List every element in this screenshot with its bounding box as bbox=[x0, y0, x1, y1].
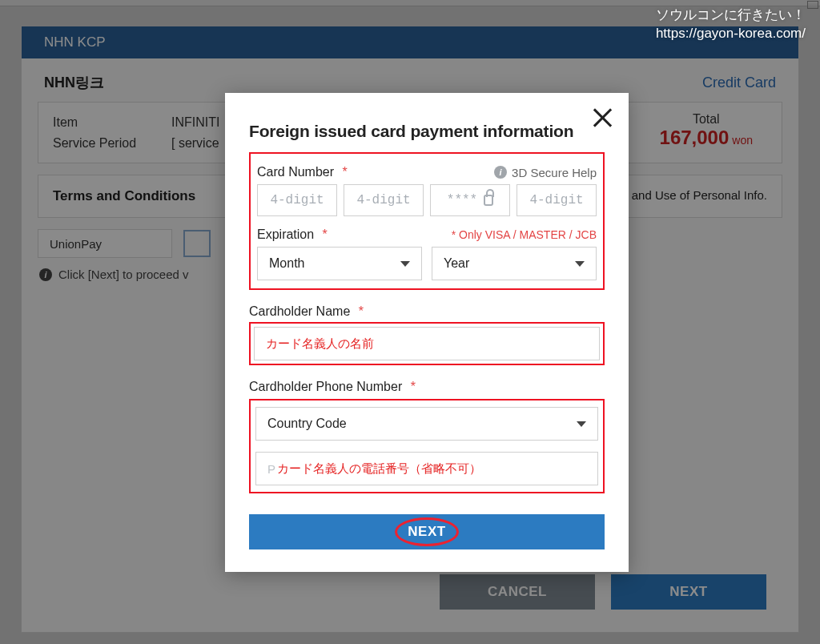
info-icon: i bbox=[494, 166, 507, 179]
required-mark: * bbox=[359, 304, 364, 318]
placeholder-text: 4-digit bbox=[356, 193, 410, 207]
expiration-selects: Month Year bbox=[257, 247, 597, 280]
card-input-1[interactable]: 4-digit bbox=[257, 184, 337, 216]
total-label: Total bbox=[660, 112, 753, 127]
card-brand-note: * Only VISA / MASTER / JCB bbox=[452, 228, 597, 241]
card-input-3[interactable]: **** bbox=[430, 184, 510, 216]
next-button[interactable]: NEXT bbox=[611, 574, 766, 610]
card-input-4[interactable]: 4-digit bbox=[517, 184, 597, 216]
cardholder-name-label: Cardholder Name bbox=[249, 304, 350, 318]
lock-icon bbox=[484, 195, 493, 206]
chevron-down-icon bbox=[575, 261, 585, 267]
card-section-highlight: Card Number * i 3D Secure Help 4-digit 4… bbox=[249, 152, 605, 290]
browser-chrome bbox=[0, 0, 820, 6]
terms-right-text: oll. and Use of Personal Info. bbox=[613, 188, 767, 204]
summary-right: Total 167,000won bbox=[660, 112, 767, 153]
watermark: ソウルコンに行きたい！ https://gayon-korea.com/ bbox=[656, 6, 806, 43]
credit-card-link[interactable]: Credit Card bbox=[702, 74, 776, 91]
card-number-inputs: 4-digit 4-digit **** 4-digit bbox=[257, 184, 597, 216]
summary-left: Item INFINITI Service Period [ service bbox=[53, 112, 219, 153]
currency-label: won bbox=[732, 134, 753, 147]
required-mark: * bbox=[323, 227, 328, 241]
brand-label: NHN KCP bbox=[44, 34, 106, 50]
placeholder-text: 4-digit bbox=[529, 193, 583, 207]
name-highlight: カード名義人の名前 bbox=[249, 322, 605, 365]
item-label: Item bbox=[53, 112, 149, 133]
bottom-actions: CANCEL NEXT bbox=[440, 574, 766, 610]
cancel-button-label: CANCEL bbox=[488, 584, 547, 600]
placeholder-text: 4-digit bbox=[270, 193, 324, 207]
terms-title: Terms and Conditions bbox=[53, 188, 195, 204]
merchant-title: NHN링크 bbox=[44, 73, 104, 92]
cardholder-name-input[interactable]: カード名義人の名前 bbox=[254, 327, 600, 360]
chevron-down-icon bbox=[577, 421, 586, 427]
phone-annotation: カード名義人の電話番号（省略不可） bbox=[277, 461, 481, 477]
card-number-label: Card Number bbox=[257, 165, 334, 179]
modal-title: Foreign issued card payment information bbox=[249, 122, 605, 141]
card-input-2[interactable]: 4-digit bbox=[344, 184, 424, 216]
phone-highlight: Country Code P カード名義人の電話番号（省略不可） bbox=[249, 399, 605, 493]
year-select[interactable]: Year bbox=[432, 247, 597, 280]
country-code-select[interactable]: Country Code bbox=[255, 407, 598, 441]
expiration-row: Expiration * * Only VISA / MASTER / JCB bbox=[257, 227, 597, 242]
chevron-down-icon bbox=[400, 261, 410, 267]
cardholder-phone-label-row: Cardholder Phone Number * bbox=[249, 380, 605, 394]
payment-option-unionpay[interactable]: UnionPay bbox=[38, 229, 172, 258]
next-button-label: NEXT bbox=[669, 584, 707, 600]
cancel-button[interactable]: CANCEL bbox=[440, 574, 595, 610]
secure-help-label: 3D Secure Help bbox=[512, 166, 597, 179]
watermark-line1: ソウルコンに行きたい！ bbox=[656, 6, 806, 25]
placeholder-text: **** bbox=[447, 193, 477, 207]
payment-option-radio[interactable] bbox=[183, 230, 211, 257]
item-value: INFINITI bbox=[171, 112, 219, 133]
highlight-circle-icon bbox=[395, 517, 459, 546]
expiration-label: Expiration bbox=[257, 227, 314, 241]
payment-option-label: UnionPay bbox=[50, 237, 102, 251]
phone-placeholder-ghost: P bbox=[267, 462, 275, 476]
card-number-row: Card Number * i 3D Secure Help bbox=[257, 165, 597, 179]
card-info-modal: Foreign issued card payment information … bbox=[225, 93, 629, 572]
close-button[interactable] bbox=[589, 104, 616, 131]
phone-input[interactable]: P カード名義人の電話番号（省略不可） bbox=[255, 452, 598, 485]
window-resize-grip-icon bbox=[807, 1, 818, 9]
period-label: Service Period bbox=[53, 133, 149, 154]
name-annotation: カード名義人の名前 bbox=[266, 336, 374, 352]
hint-text: Click [Next] to proceed v bbox=[58, 268, 189, 281]
month-label: Month bbox=[269, 256, 304, 271]
watermark-line2: https://gayon-korea.com/ bbox=[656, 25, 806, 43]
month-select[interactable]: Month bbox=[257, 247, 422, 280]
country-code-label: Country Code bbox=[267, 417, 347, 431]
required-mark: * bbox=[342, 165, 347, 179]
cardholder-name-label-row: Cardholder Name * bbox=[249, 304, 605, 319]
modal-next-button[interactable]: NEXT bbox=[249, 514, 605, 549]
required-mark: * bbox=[411, 380, 416, 393]
cardholder-phone-label: Cardholder Phone Number bbox=[249, 380, 402, 393]
total-price: 167,000 bbox=[660, 127, 730, 148]
secure-help-link[interactable]: i 3D Secure Help bbox=[494, 166, 597, 179]
period-value: [ service bbox=[171, 133, 219, 154]
info-icon: i bbox=[39, 268, 52, 281]
year-label: Year bbox=[444, 256, 469, 271]
